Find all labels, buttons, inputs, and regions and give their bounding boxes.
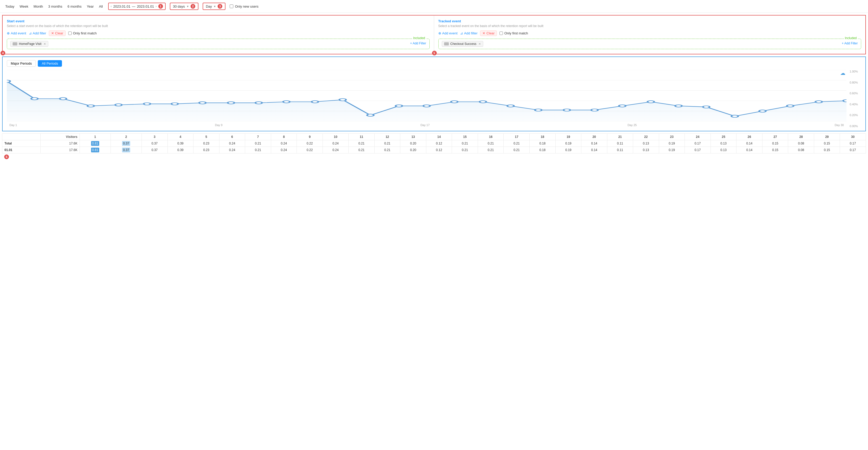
table-cell: 0.23 bbox=[193, 140, 219, 147]
period-3months[interactable]: 3 months bbox=[47, 4, 63, 9]
table-cell: 0.19 bbox=[555, 140, 581, 147]
table-cell: 0.21 bbox=[348, 147, 375, 153]
table-cell: 0.14 bbox=[581, 147, 607, 153]
start-included-box: Included HomePage Visit ✕ + Add Filter bbox=[7, 38, 430, 49]
svg-marker-6 bbox=[7, 81, 846, 121]
period-year[interactable]: Year bbox=[86, 4, 95, 9]
table-cell: 0.39 bbox=[167, 147, 193, 153]
tracked-add-filter-button[interactable]: ⊿ Add filter bbox=[460, 31, 477, 35]
badge-1: 1 bbox=[158, 4, 163, 9]
table-cell: 0.19 bbox=[555, 147, 581, 153]
col-header-17: 17 bbox=[504, 134, 530, 140]
table-cell: 0.17 bbox=[840, 140, 866, 147]
table-cell: 0.81 bbox=[80, 147, 111, 153]
table-cell: 0.12 bbox=[426, 140, 452, 147]
start-event-tag[interactable]: HomePage Visit ✕ bbox=[10, 41, 48, 47]
tracked-clear-button[interactable]: ✕ Clear bbox=[480, 30, 497, 36]
col-header-label bbox=[2, 134, 41, 140]
table-row-visitors: 17.6K bbox=[41, 147, 80, 153]
date-range-picker[interactable]: ‹ 2023.01.01 — 2023.01.01 › 1 bbox=[108, 3, 166, 10]
tracked-add-event-button[interactable]: ⊕ Add event bbox=[438, 31, 458, 35]
table-cell: 0.13 bbox=[711, 147, 737, 153]
retention-table: Visitors 1 2 3 4 5 6 7 8 9 10 11 12 13 1… bbox=[2, 134, 866, 153]
date-prev-arrow[interactable]: ‹ bbox=[111, 4, 112, 8]
col-header-8: 8 bbox=[271, 134, 297, 140]
filter-icon: ⊿ bbox=[29, 31, 32, 35]
date-start: 2023.01.01 bbox=[114, 4, 130, 8]
chart-tabs: Major Periods All Periods bbox=[7, 60, 861, 67]
date-separator: — bbox=[132, 4, 135, 8]
tab-all-periods[interactable]: All Periods bbox=[38, 60, 62, 67]
table-cell: 0.37 bbox=[111, 140, 142, 147]
granularity-selector[interactable]: Day ▼ 3 bbox=[203, 3, 225, 10]
start-add-filter-link[interactable]: + Add Filter bbox=[410, 41, 426, 45]
period-6months[interactable]: 6 months bbox=[66, 4, 83, 9]
col-header-3: 3 bbox=[142, 134, 168, 140]
table-cell: 0.19 bbox=[659, 147, 685, 153]
only-new-users-label: Only new users bbox=[235, 4, 258, 8]
start-event-panel: Start event Select a start event on the … bbox=[3, 16, 434, 54]
svg-point-12 bbox=[144, 103, 150, 105]
granularity-value: Day bbox=[206, 4, 212, 8]
table-cell: 0.17 bbox=[685, 147, 711, 153]
tracked-event-panel: Tracked event Select a tracked event on … bbox=[434, 16, 866, 54]
tracked-event-tag[interactable]: Checkout Success ✕ bbox=[442, 41, 483, 47]
only-new-users-checkbox[interactable] bbox=[230, 4, 233, 8]
svg-point-33 bbox=[732, 115, 738, 117]
table-cell: 0.14 bbox=[581, 140, 607, 147]
y-label-4: 0.40% bbox=[849, 103, 861, 106]
start-add-filter-button[interactable]: ⊿ Add filter bbox=[29, 31, 46, 35]
svg-point-36 bbox=[815, 101, 822, 103]
tracked-plus-circle-icon: ⊕ bbox=[438, 31, 441, 35]
tracked-event-title: Tracked event bbox=[438, 19, 862, 23]
table-cell: 0.11 bbox=[607, 147, 633, 153]
table-cell: 0.22 bbox=[297, 147, 323, 153]
tracked-add-filter-link[interactable]: + Add Filter bbox=[842, 41, 858, 45]
tracked-clear-x-icon: ✕ bbox=[483, 31, 485, 35]
granularity-arrow-icon: ▼ bbox=[213, 5, 216, 8]
table-cell: 0.12 bbox=[426, 147, 452, 153]
svg-point-17 bbox=[283, 101, 290, 103]
date-next-arrow[interactable]: › bbox=[156, 4, 157, 8]
svg-point-15 bbox=[227, 102, 235, 104]
chart-svg bbox=[7, 70, 846, 121]
col-header-15: 15 bbox=[452, 134, 478, 140]
table-cell: 0.24 bbox=[271, 147, 297, 153]
tracked-first-match-checkbox[interactable] bbox=[499, 31, 503, 35]
period-month[interactable]: Month bbox=[33, 4, 44, 9]
tracked-filter-icon: ⊿ bbox=[460, 31, 463, 35]
svg-point-28 bbox=[591, 109, 598, 111]
start-event-tag-close[interactable]: ✕ bbox=[43, 42, 46, 46]
svg-point-19 bbox=[339, 99, 346, 101]
chart-area bbox=[7, 70, 846, 121]
col-header-23: 23 bbox=[659, 134, 685, 140]
x-label-25: Day 25 bbox=[627, 123, 637, 126]
period-week[interactable]: Week bbox=[19, 4, 29, 9]
start-first-match-checkbox[interactable] bbox=[68, 31, 72, 35]
table-cell: 0.24 bbox=[219, 147, 245, 153]
days-selector[interactable]: 30 days ▼ 2 bbox=[170, 3, 198, 10]
svg-point-32 bbox=[703, 106, 710, 108]
start-add-event-button[interactable]: ⊕ Add event bbox=[7, 31, 26, 35]
col-header-18: 18 bbox=[530, 134, 556, 140]
col-header-9: 9 bbox=[297, 134, 323, 140]
start-clear-button[interactable]: ✕ Clear bbox=[49, 30, 66, 36]
period-all[interactable]: All bbox=[98, 4, 104, 9]
col-header-22: 22 bbox=[633, 134, 659, 140]
tracked-event-tag-close[interactable]: ✕ bbox=[478, 42, 481, 46]
y-label-5: 0.20% bbox=[849, 113, 861, 117]
table-cell: 0.21 bbox=[478, 140, 504, 147]
table-cell: 0.21 bbox=[374, 140, 400, 147]
svg-point-29 bbox=[619, 105, 626, 107]
table-body: Total17.6K0.810.370.370.390.230.240.210.… bbox=[2, 140, 866, 153]
svg-point-21 bbox=[396, 105, 402, 107]
tab-major-periods[interactable]: Major Periods bbox=[7, 60, 36, 67]
period-today[interactable]: Today bbox=[4, 4, 16, 9]
col-header-5: 5 bbox=[193, 134, 219, 140]
badge-3: 3 bbox=[218, 4, 222, 9]
table-cell: 0.21 bbox=[245, 140, 271, 147]
table-cell: 0.14 bbox=[737, 140, 763, 147]
table-cell: 0.37 bbox=[142, 147, 168, 153]
table-cell: 0.21 bbox=[374, 147, 400, 153]
table-cell: 0.24 bbox=[322, 147, 348, 153]
